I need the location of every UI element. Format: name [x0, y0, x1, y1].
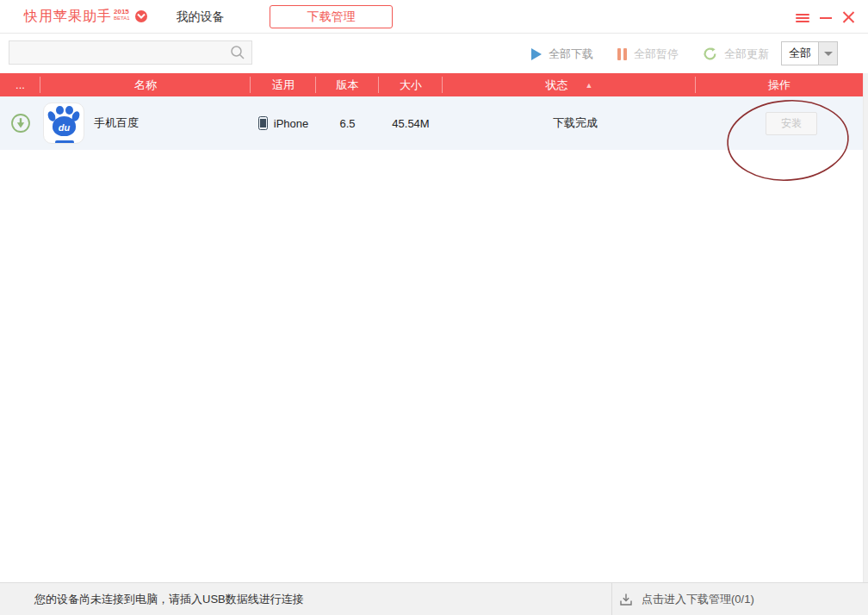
- status-bar: 您的设备尚未连接到电脑，请插入USB数据线进行连接 点击进入下载管理(0/1): [0, 582, 868, 615]
- download-tray-icon: [618, 592, 634, 607]
- header-device[interactable]: 适用: [251, 73, 316, 96]
- update-all-label: 全部更新: [724, 47, 769, 62]
- minimize-icon[interactable]: [819, 10, 833, 24]
- size-value: 45.54M: [392, 117, 429, 130]
- row-device-cell: iPhone: [251, 96, 316, 150]
- pause-all-label: 全部暂停: [634, 47, 679, 62]
- header-action-label: 操作: [768, 78, 790, 93]
- device-connection-message: 您的设备尚未连接到电脑，请插入USB数据线进行连接: [34, 583, 304, 615]
- header-status-label: 状态: [546, 78, 568, 93]
- filter-dropdown-arrow-button[interactable]: [818, 42, 837, 65]
- download-manager-link[interactable]: 点击进入下载管理(0/1): [618, 583, 754, 615]
- header-version-label: 版本: [337, 78, 359, 93]
- close-icon[interactable]: [842, 10, 856, 24]
- play-icon: [531, 48, 542, 60]
- header-version[interactable]: 版本: [316, 73, 379, 96]
- tab-my-devices-label: 我的设备: [177, 9, 225, 25]
- baidu-icon-du-label: du: [59, 122, 70, 133]
- download-all-label: 全部下载: [549, 47, 593, 62]
- iphone-icon: [258, 116, 268, 130]
- header-more-label: ...: [16, 78, 25, 91]
- refresh-icon: [703, 47, 717, 61]
- header-name[interactable]: 名称: [40, 73, 251, 96]
- tab-download-manager-label: 下载管理: [307, 9, 356, 25]
- search-input[interactable]: [9, 41, 230, 64]
- download-manager-link-label: 点击进入下载管理(0/1): [642, 592, 754, 607]
- menu-icon[interactable]: [796, 10, 809, 24]
- app-name: 手机百度: [94, 115, 139, 131]
- filter-dropdown[interactable]: 全部: [781, 41, 838, 65]
- app-version-year: 2015: [114, 8, 130, 16]
- header-device-label: 适用: [272, 78, 294, 93]
- filter-value: 全部: [782, 42, 818, 65]
- search-icon[interactable]: [230, 45, 245, 60]
- app-version-sup: 2015 BETA1: [114, 8, 130, 22]
- row-status-cell: 下载完成: [443, 96, 696, 150]
- tab-download-manager[interactable]: 下载管理: [270, 5, 393, 28]
- device-label: iPhone: [274, 117, 308, 130]
- app-window: 快用苹果助手 2015 BETA1 我的设备 下载管理: [0, 0, 868, 615]
- row-version-cell: 6.5: [316, 96, 379, 150]
- status-value: 下载完成: [553, 115, 598, 131]
- table-header: ... 名称 适用 版本 大小 状态 ▲ 操作: [0, 73, 863, 96]
- header-action[interactable]: 操作: [696, 73, 863, 96]
- row-action-cell: 安装: [696, 96, 863, 150]
- app-version-beta: BETA1: [114, 16, 130, 22]
- pause-icon: [617, 48, 627, 60]
- header-size-label: 大小: [400, 78, 422, 93]
- window-controls: [796, 0, 856, 34]
- update-all-button[interactable]: 全部更新: [703, 34, 769, 73]
- scrollbar-track[interactable]: [863, 73, 868, 582]
- caret-down-icon: [824, 52, 833, 56]
- title-bar: 快用苹果助手 2015 BETA1 我的设备 下载管理: [0, 0, 868, 34]
- version-value: 6.5: [339, 117, 355, 130]
- header-size[interactable]: 大小: [379, 73, 443, 96]
- app-title: 快用苹果助手: [24, 8, 112, 25]
- toolbar: 全部下载 全部暂停 全部更新 全部: [0, 34, 868, 73]
- baidu-app-icon: du: [43, 102, 84, 144]
- row-download-state-cell: [0, 96, 40, 150]
- pause-all-button[interactable]: 全部暂停: [617, 34, 679, 73]
- logo-dropdown-badge[interactable]: [135, 10, 147, 22]
- device-connection-text: 您的设备尚未连接到电脑，请插入USB数据线进行连接: [34, 592, 304, 607]
- statusbar-divider: [611, 583, 612, 615]
- download-all-button[interactable]: 全部下载: [531, 34, 593, 73]
- row-size-cell: 45.54M: [379, 96, 443, 150]
- sort-ascending-icon[interactable]: ▲: [586, 81, 593, 90]
- row-name-cell: du 手机百度: [40, 96, 251, 150]
- header-more[interactable]: ...: [0, 73, 40, 96]
- app-logo: 快用苹果助手 2015 BETA1: [24, 8, 147, 25]
- download-complete-icon: [10, 113, 31, 134]
- header-status[interactable]: 状态 ▲: [443, 73, 696, 96]
- search-box: [9, 40, 252, 65]
- tab-my-devices[interactable]: 我的设备: [159, 0, 241, 34]
- install-button[interactable]: 安装: [766, 112, 817, 135]
- header-name-label: 名称: [134, 78, 157, 93]
- table-row[interactable]: du 手机百度 iPhone 6.5 45.54M 下载完成 安装: [0, 96, 863, 150]
- chevron-down-icon: [137, 13, 146, 20]
